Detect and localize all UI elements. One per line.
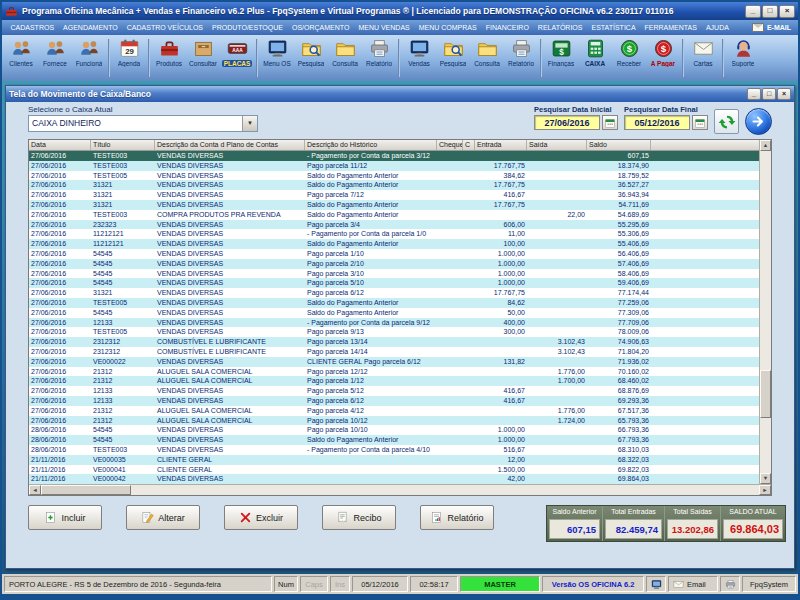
table-row[interactable]: 27/06/2016TESTE005VENDAS DIVERSASSaldo d… [29, 171, 759, 181]
search-go-button[interactable] [745, 108, 772, 135]
chevron-down-icon[interactable]: ▼ [242, 116, 257, 131]
column-header-descricao-da-conta-d-plano-de-contas[interactable]: Descrição da Conta d Plano de Contas [155, 140, 305, 150]
toolbar-button-consulta[interactable]: Consulta [328, 36, 362, 80]
table-row[interactable]: 27/06/2016TESTE003VENDAS DIVERSASPago pa… [29, 161, 759, 171]
table-row[interactable]: 21/11/2016VE000041CLIENTE GERAL1.500,006… [29, 465, 759, 475]
menu-item-os-orcamento[interactable]: OS/ORÇAMENTO [287, 23, 353, 32]
column-header-cheque[interactable]: Cheque [437, 140, 463, 150]
menu-item-financeiro[interactable]: FINANCEIRO [481, 23, 533, 32]
table-row[interactable]: 27/06/201612133VENDAS DIVERSASPago parce… [29, 396, 759, 406]
maximize-button[interactable]: □ [762, 5, 778, 18]
table-row[interactable]: 21/11/2016VE000035CLIENTE GERAL12,0068.3… [29, 455, 759, 465]
menu-item-cadastro-veiculos[interactable]: CADASTRO VEÍCULOS [122, 23, 207, 32]
caixa-select[interactable]: CAIXA DINHEIRO ▼ [28, 115, 258, 132]
toolbar-button-consultar[interactable]: Consultar [186, 36, 220, 80]
table-row[interactable]: 27/06/201621312ALUGUEL SALA COMERCIALPag… [29, 406, 759, 416]
minimize-button[interactable]: _ [745, 5, 761, 18]
table-row[interactable]: 27/06/201621312ALUGUEL SALA COMERCIALPag… [29, 376, 759, 386]
refresh-button[interactable] [714, 109, 739, 134]
menu-item-ajuda[interactable]: AJUDA [701, 23, 733, 32]
toolbar-button-financas[interactable]: Finanças [544, 36, 578, 80]
toolbar-button-pesquisa[interactable]: Pesquisa [294, 36, 328, 80]
date-initial-calendar-button[interactable] [602, 115, 618, 130]
toolbar-button-receber[interactable]: Receber [612, 36, 646, 80]
menu-item-relatorios[interactable]: RELATÓRIOS [533, 23, 587, 32]
table-row[interactable]: 27/06/20162312312COMBUSTÍVEL E LUBRIFICA… [29, 337, 759, 347]
table-row[interactable]: 27/06/2016232323VENDAS DIVERSASPago parc… [29, 220, 759, 230]
scroll-left-button[interactable]: ◄ [29, 485, 41, 495]
toolbar-button-funciona[interactable]: Funcioná [72, 36, 106, 80]
menu-item-agendamento[interactable]: AGENDAMENTO [59, 23, 123, 32]
table-row[interactable]: 27/06/201612133VENDAS DIVERSAS- Pagament… [29, 318, 759, 328]
horizontal-scrollbar[interactable]: ◄ ► [29, 484, 771, 495]
table-row[interactable]: 28/06/2016TESTE003VENDAS DIVERSAS- Pagam… [29, 445, 759, 455]
menu-item-estatistica[interactable]: ESTATÍSTICA [587, 23, 640, 32]
toolbar-button-cartas[interactable]: Cartas [686, 36, 720, 80]
table-row[interactable]: 27/06/201631321VENDAS DIVERSASPago parce… [29, 190, 759, 200]
status-email-panel[interactable]: Email [668, 576, 718, 592]
menu-item-menu-vendas[interactable]: MENU VENDAS [354, 23, 414, 32]
table-row[interactable]: 27/06/201611212121VENDAS DIVERSASSaldo d… [29, 239, 759, 249]
table-row[interactable]: 27/06/201654545VENDAS DIVERSASPago parce… [29, 278, 759, 288]
scroll-right-button[interactable]: ► [759, 485, 771, 495]
table-row[interactable]: 27/06/2016TESTE005VENDAS DIVERSASPago pa… [29, 327, 759, 337]
column-header-descricao-do-historico[interactable]: Descrição do Histórico [305, 140, 437, 150]
close-button[interactable]: × [779, 5, 795, 18]
alterar-button[interactable]: Alterar [126, 505, 200, 530]
menu-item-menu-compras[interactable]: MENU COMPRAS [414, 23, 481, 32]
toolbar-button-clientes[interactable]: Clientes [4, 36, 38, 80]
column-header-entrada[interactable]: Entrada [475, 140, 527, 150]
panel-minimize-button[interactable]: _ [747, 88, 761, 100]
table-row[interactable]: 27/06/201654545VENDAS DIVERSASPago parce… [29, 259, 759, 269]
column-header-data[interactable]: Data [29, 140, 91, 150]
menu-item-cadastros[interactable]: CADASTROS [6, 23, 59, 32]
table-row[interactable]: 27/06/201631321VENDAS DIVERSASSaldo do P… [29, 200, 759, 210]
menu-item-produto-estoque[interactable]: PRODUTO/ESTOQUE [208, 23, 288, 32]
table-row[interactable]: 27/06/201654545VENDAS DIVERSASPago parce… [29, 249, 759, 259]
table-row[interactable]: 27/06/201621312ALUGUEL SALA COMERCIALPag… [29, 416, 759, 426]
date-initial-input[interactable]: 27/06/2016 [534, 115, 600, 130]
movement-window-titlebar[interactable]: Tela do Movimento de Caixa/Banco _ □ × [6, 86, 794, 102]
toolbar-button-menu-os[interactable]: Menu OS [260, 36, 294, 80]
table-row[interactable]: 28/06/201654545VENDAS DIVERSASPago parce… [29, 425, 759, 435]
table-row[interactable]: 27/06/201654545VENDAS DIVERSASSaldo do P… [29, 308, 759, 318]
toolbar-button-a-pagar[interactable]: A Pagar [646, 36, 680, 80]
table-row[interactable]: 27/06/201654545VENDAS DIVERSASPago parce… [29, 269, 759, 279]
incluir-button[interactable]: Incluir [28, 505, 102, 530]
menu-email[interactable]: E-MAIL [752, 23, 794, 32]
table-row[interactable]: 27/06/201612133VENDAS DIVERSASPago parce… [29, 386, 759, 396]
panel-maximize-button[interactable]: □ [762, 88, 776, 100]
menu-item-ferramentas[interactable]: FERRAMENTAS [640, 23, 701, 32]
toolbar-button-produtos[interactable]: Produtos [152, 36, 186, 80]
excluir-button[interactable]: Excluir [224, 505, 298, 530]
vertical-scroll-thumb[interactable] [760, 370, 771, 418]
panel-close-button[interactable]: × [777, 88, 791, 100]
date-final-input[interactable]: 05/12/2016 [624, 115, 690, 130]
recibo-button[interactable]: Recibo [322, 505, 396, 530]
table-row[interactable]: 27/06/201621312ALUGUEL SALA COMERCIALPag… [29, 367, 759, 377]
table-row[interactable]: 27/06/201631321VENDAS DIVERSASSaldo do P… [29, 180, 759, 190]
toolbar-button-agenda[interactable]: Agenda [112, 36, 146, 80]
column-header-saldo[interactable]: Saldo [587, 140, 651, 150]
toolbar-button-relatorio[interactable]: Relatório [504, 36, 538, 80]
toolbar-button-caixa[interactable]: CAIXA [578, 36, 612, 80]
horizontal-scroll-track[interactable] [41, 485, 759, 495]
scroll-down-button[interactable]: ▼ [760, 473, 771, 484]
table-row[interactable]: 27/06/2016TESTE005VENDAS DIVERSASSaldo d… [29, 298, 759, 308]
horizontal-scroll-thumb[interactable] [41, 485, 131, 495]
toolbar-button-placas[interactable]: PLACAS [220, 36, 254, 80]
table-row[interactable]: 27/06/201611212121VENDAS DIVERSAS- Pagam… [29, 229, 759, 239]
column-header-saida[interactable]: Saída [527, 140, 587, 150]
table-row[interactable]: 27/06/201631321VENDAS DIVERSASPago parce… [29, 288, 759, 298]
toolbar-button-fornece[interactable]: Fornece [38, 36, 72, 80]
relatorio-button[interactable]: Relatório [420, 505, 494, 530]
toolbar-button-consulta[interactable]: Consulta [470, 36, 504, 80]
toolbar-button-pesquisa[interactable]: Pesquisa [436, 36, 470, 80]
table-row[interactable]: 28/06/201654545VENDAS DIVERSASSaldo do P… [29, 435, 759, 445]
table-row[interactable]: 27/06/20162312312COMBUSTÍVEL E LUBRIFICA… [29, 347, 759, 357]
table-row[interactable]: 27/06/2016TESTE003COMPRA PRODUTOS PRA RE… [29, 210, 759, 220]
table-row[interactable]: 21/11/2016VE000042VENDAS DIVERSAS42,0069… [29, 474, 759, 484]
table-row[interactable]: 27/06/2016VE000022VENDAS DIVERSASCLIENTE… [29, 357, 759, 367]
scroll-up-button[interactable]: ▲ [760, 140, 771, 151]
column-header-c[interactable]: C [463, 140, 475, 150]
